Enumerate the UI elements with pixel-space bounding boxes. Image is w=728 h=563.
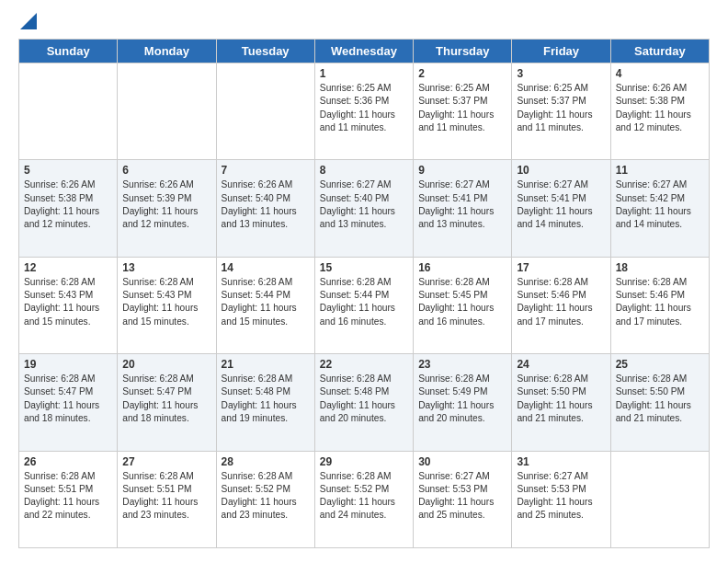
day-info: Sunrise: 6:28 AMSunset: 5:52 PMDaylight:… — [320, 470, 408, 523]
day-info: Sunrise: 6:28 AMSunset: 5:45 PMDaylight:… — [418, 276, 506, 328]
calendar-cell: 12Sunrise: 6:28 AMSunset: 5:43 PMDayligh… — [19, 257, 118, 353]
day-info: Sunrise: 6:28 AMSunset: 5:50 PMDaylight:… — [517, 373, 605, 425]
calendar-cell: 14Sunrise: 6:28 AMSunset: 5:44 PMDayligh… — [216, 257, 314, 353]
calendar-cell — [216, 63, 314, 160]
day-number: 29 — [320, 455, 408, 468]
day-info: Sunrise: 6:28 AMSunset: 5:47 PMDaylight:… — [24, 373, 112, 425]
calendar-cell: 28Sunrise: 6:28 AMSunset: 5:52 PMDayligh… — [216, 451, 314, 547]
day-number: 9 — [418, 164, 506, 177]
weekday-header-tuesday: Tuesday — [216, 40, 314, 63]
day-number: 25 — [616, 358, 704, 371]
calendar-cell: 27Sunrise: 6:28 AMSunset: 5:51 PMDayligh… — [118, 451, 216, 547]
calendar-cell: 13Sunrise: 6:28 AMSunset: 5:43 PMDayligh… — [118, 257, 216, 353]
day-info: Sunrise: 6:28 AMSunset: 5:44 PMDaylight:… — [222, 276, 310, 328]
day-info: Sunrise: 6:28 AMSunset: 5:43 PMDaylight:… — [122, 276, 210, 328]
day-number: 8 — [320, 164, 408, 177]
calendar-cell: 8Sunrise: 6:27 AMSunset: 5:40 PMDaylight… — [314, 160, 413, 257]
day-number: 20 — [122, 358, 210, 371]
day-number: 22 — [320, 358, 408, 371]
weekday-header-monday: Monday — [118, 40, 216, 63]
logo-general — [18, 15, 37, 29]
day-number: 6 — [122, 164, 210, 177]
day-info: Sunrise: 6:28 AMSunset: 5:46 PMDaylight:… — [517, 276, 605, 328]
weekday-header-row: SundayMondayTuesdayWednesdayThursdayFrid… — [19, 40, 710, 63]
day-info: Sunrise: 6:26 AMSunset: 5:40 PMDaylight:… — [222, 178, 310, 231]
day-number: 7 — [222, 164, 310, 177]
calendar-cell: 16Sunrise: 6:28 AMSunset: 5:45 PMDayligh… — [414, 257, 512, 353]
calendar-cell: 21Sunrise: 6:28 AMSunset: 5:48 PMDayligh… — [216, 354, 314, 451]
calendar-cell: 17Sunrise: 6:28 AMSunset: 5:46 PMDayligh… — [512, 257, 610, 353]
calendar-cell: 20Sunrise: 6:28 AMSunset: 5:47 PMDayligh… — [118, 354, 216, 451]
calendar-cell: 23Sunrise: 6:28 AMSunset: 5:49 PMDayligh… — [414, 354, 512, 451]
calendar-cell: 26Sunrise: 6:28 AMSunset: 5:51 PMDayligh… — [19, 451, 118, 547]
day-number: 5 — [24, 164, 112, 177]
day-info: Sunrise: 6:25 AMSunset: 5:37 PMDaylight:… — [418, 82, 506, 134]
day-info: Sunrise: 6:27 AMSunset: 5:53 PMDaylight:… — [418, 470, 506, 523]
calendar-cell: 24Sunrise: 6:28 AMSunset: 5:50 PMDayligh… — [512, 354, 610, 451]
day-info: Sunrise: 6:27 AMSunset: 5:53 PMDaylight:… — [517, 470, 605, 523]
calendar-cell: 9Sunrise: 6:27 AMSunset: 5:41 PMDaylight… — [414, 160, 512, 257]
calendar-week-1: 1Sunrise: 6:25 AMSunset: 5:36 PMDaylight… — [19, 63, 710, 160]
day-number: 27 — [122, 455, 210, 468]
weekday-header-sunday: Sunday — [19, 40, 118, 63]
day-info: Sunrise: 6:28 AMSunset: 5:47 PMDaylight:… — [122, 373, 210, 425]
day-number: 14 — [222, 261, 310, 274]
day-info: Sunrise: 6:28 AMSunset: 5:46 PMDaylight:… — [616, 276, 704, 328]
day-info: Sunrise: 6:25 AMSunset: 5:36 PMDaylight:… — [320, 82, 408, 134]
calendar-cell: 22Sunrise: 6:28 AMSunset: 5:48 PMDayligh… — [314, 354, 413, 451]
day-info: Sunrise: 6:28 AMSunset: 5:48 PMDaylight:… — [222, 373, 310, 425]
calendar-cell: 4Sunrise: 6:26 AMSunset: 5:38 PMDaylight… — [610, 63, 709, 160]
logo — [18, 15, 37, 29]
calendar-week-2: 5Sunrise: 6:26 AMSunset: 5:38 PMDaylight… — [19, 160, 710, 257]
day-info: Sunrise: 6:28 AMSunset: 5:48 PMDaylight:… — [320, 373, 408, 425]
day-number: 26 — [24, 455, 112, 468]
day-info: Sunrise: 6:28 AMSunset: 5:50 PMDaylight:… — [616, 373, 704, 425]
day-info: Sunrise: 6:28 AMSunset: 5:49 PMDaylight:… — [418, 373, 506, 425]
calendar-cell — [19, 63, 118, 160]
calendar-table: SundayMondayTuesdayWednesdayThursdayFrid… — [18, 39, 710, 548]
page: SundayMondayTuesdayWednesdayThursdayFrid… — [0, 0, 728, 563]
day-info: Sunrise: 6:25 AMSunset: 5:37 PMDaylight:… — [517, 82, 605, 134]
calendar-cell — [118, 63, 216, 160]
day-info: Sunrise: 6:27 AMSunset: 5:40 PMDaylight:… — [320, 178, 408, 231]
day-number: 4 — [616, 67, 704, 80]
day-number: 15 — [320, 261, 408, 274]
calendar-cell: 29Sunrise: 6:28 AMSunset: 5:52 PMDayligh… — [314, 451, 413, 547]
day-number: 16 — [418, 261, 506, 274]
calendar-cell: 2Sunrise: 6:25 AMSunset: 5:37 PMDaylight… — [414, 63, 512, 160]
calendar-cell: 5Sunrise: 6:26 AMSunset: 5:38 PMDaylight… — [19, 160, 118, 257]
svg-marker-0 — [20, 13, 37, 29]
day-info: Sunrise: 6:27 AMSunset: 5:41 PMDaylight:… — [418, 178, 506, 231]
calendar-cell: 25Sunrise: 6:28 AMSunset: 5:50 PMDayligh… — [610, 354, 709, 451]
day-info: Sunrise: 6:26 AMSunset: 5:39 PMDaylight:… — [122, 178, 210, 231]
weekday-header-friday: Friday — [512, 40, 610, 63]
calendar-week-4: 19Sunrise: 6:28 AMSunset: 5:47 PMDayligh… — [19, 354, 710, 451]
day-number: 2 — [418, 67, 506, 80]
day-info: Sunrise: 6:27 AMSunset: 5:42 PMDaylight:… — [616, 178, 704, 231]
day-number: 17 — [517, 261, 605, 274]
day-number: 23 — [418, 358, 506, 371]
day-number: 18 — [616, 261, 704, 274]
day-info: Sunrise: 6:28 AMSunset: 5:51 PMDaylight:… — [122, 470, 210, 523]
calendar-cell: 19Sunrise: 6:28 AMSunset: 5:47 PMDayligh… — [19, 354, 118, 451]
day-info: Sunrise: 6:28 AMSunset: 5:51 PMDaylight:… — [24, 470, 112, 523]
calendar-cell: 6Sunrise: 6:26 AMSunset: 5:39 PMDaylight… — [118, 160, 216, 257]
day-number: 31 — [517, 455, 605, 468]
day-info: Sunrise: 6:28 AMSunset: 5:44 PMDaylight:… — [320, 276, 408, 328]
day-info: Sunrise: 6:26 AMSunset: 5:38 PMDaylight:… — [24, 178, 112, 231]
day-number: 28 — [222, 455, 310, 468]
header — [18, 15, 710, 29]
day-number: 3 — [517, 67, 605, 80]
day-info: Sunrise: 6:26 AMSunset: 5:38 PMDaylight:… — [616, 82, 704, 134]
day-number: 30 — [418, 455, 506, 468]
logo-text — [18, 15, 37, 29]
day-number: 12 — [24, 261, 112, 274]
day-info: Sunrise: 6:27 AMSunset: 5:41 PMDaylight:… — [517, 178, 605, 231]
weekday-header-saturday: Saturday — [610, 40, 709, 63]
day-number: 19 — [24, 358, 112, 371]
calendar-cell: 11Sunrise: 6:27 AMSunset: 5:42 PMDayligh… — [610, 160, 709, 257]
calendar-week-3: 12Sunrise: 6:28 AMSunset: 5:43 PMDayligh… — [19, 257, 710, 353]
day-info: Sunrise: 6:28 AMSunset: 5:43 PMDaylight:… — [24, 276, 112, 328]
day-number: 1 — [320, 67, 408, 80]
day-number: 13 — [122, 261, 210, 274]
